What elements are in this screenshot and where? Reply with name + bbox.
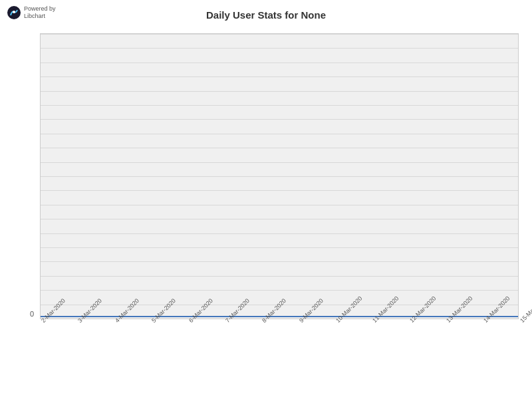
chart-plot-area xyxy=(40,33,519,319)
grid-line xyxy=(41,261,518,262)
grid-line xyxy=(41,105,518,106)
y-axis-zero: 0 xyxy=(30,310,34,318)
grid-line xyxy=(41,190,518,191)
grid-line xyxy=(41,176,518,177)
chart-title: Daily User Stats for None xyxy=(0,9,532,21)
grid-line xyxy=(41,290,518,291)
x-axis: 2-Mar-20203-Mar-20204-Mar-20205-Mar-2020… xyxy=(40,319,519,392)
grid-line xyxy=(41,48,518,49)
grid-line xyxy=(41,205,518,205)
grid-line xyxy=(41,76,518,77)
grid-line xyxy=(41,134,518,134)
grid-line xyxy=(41,63,518,63)
grid-line xyxy=(41,276,518,277)
chart-container: Powered by Libchart Daily User Stats for… xyxy=(0,0,532,399)
grid-line xyxy=(41,219,518,219)
grid-line xyxy=(41,119,518,120)
grid-line xyxy=(41,148,518,148)
grid-line xyxy=(41,247,518,248)
grid-line xyxy=(41,162,518,163)
grid-line xyxy=(41,233,518,234)
x-axis-label: 15-Mar-2020 xyxy=(519,295,532,325)
grid-line xyxy=(41,91,518,92)
grid-lines xyxy=(41,34,518,319)
grid-line xyxy=(41,34,518,35)
